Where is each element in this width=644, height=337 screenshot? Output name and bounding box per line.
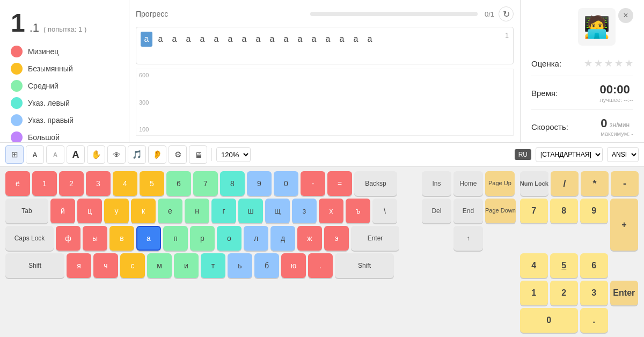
key-2[interactable]: 2	[59, 171, 84, 196]
numpad-key-0[interactable]: 0	[520, 308, 578, 333]
key-0[interactable]: 0	[274, 171, 298, 196]
settings-button[interactable]: ⚙	[169, 145, 187, 164]
key-и[interactable]: и	[174, 253, 199, 278]
key-7[interactable]: 7	[193, 171, 218, 196]
numpad-key-2[interactable]: 2	[550, 281, 578, 305]
numpad-key-4[interactable]: 4	[520, 253, 548, 278]
numpad-row-2: 456	[520, 253, 639, 278]
key-shift[interactable]: Shift	[5, 253, 64, 278]
key-5[interactable]: 5	[140, 171, 164, 196]
key-к[interactable]: к	[131, 199, 156, 223]
key-я[interactable]: я	[67, 253, 91, 278]
key-х[interactable]: х	[319, 199, 343, 223]
key-в[interactable]: в	[109, 226, 134, 251]
numpad-key-5[interactable]: 5	[550, 253, 578, 278]
key-ч[interactable]: ч	[93, 253, 118, 278]
nav-key-ins[interactable]: Ins	[422, 171, 451, 196]
key-tab[interactable]: Tab	[5, 199, 48, 223]
numpad-key-/[interactable]: /	[551, 171, 579, 196]
key-ь[interactable]: ь	[228, 253, 252, 278]
finger-item-3: Указ. левый	[11, 97, 118, 109]
key-з[interactable]: з	[292, 199, 317, 223]
grid-view-button[interactable]: ⊞	[5, 145, 24, 164]
char-box: а	[266, 32, 278, 47]
key-у[interactable]: у	[104, 199, 129, 223]
key-1[interactable]: 1	[32, 171, 57, 196]
char-box: а	[350, 32, 362, 47]
key-п[interactable]: п	[163, 226, 188, 251]
key-shift[interactable]: Shift	[335, 253, 394, 278]
key--[interactable]: -	[301, 171, 325, 196]
music-button[interactable]: 🎵	[128, 145, 146, 164]
layout-select[interactable]: [СТАНДАРТНАЯ]	[536, 147, 603, 162]
key-4[interactable]: 4	[113, 171, 137, 196]
ear-button[interactable]: 👂	[148, 145, 166, 164]
key-э[interactable]: э	[324, 226, 349, 251]
close-button[interactable]: ×	[618, 8, 633, 23]
key-9[interactable]: 9	[247, 171, 272, 196]
nav-key-del[interactable]: Del	[422, 199, 451, 223]
key-о[interactable]: о	[217, 226, 241, 251]
key-д[interactable]: д	[270, 226, 295, 251]
finger-item-4: Указ. правый	[11, 114, 118, 126]
nav-key-page-up[interactable]: Page Up	[485, 171, 515, 196]
key-б[interactable]: б	[254, 253, 279, 278]
keyboard-row3: Shiftячсмитьбю.Shift	[5, 253, 418, 278]
key-backsp[interactable]: Backsp	[354, 171, 397, 196]
nav-key-end[interactable]: End	[453, 199, 483, 223]
key-л[interactable]: л	[244, 226, 268, 251]
key-щ[interactable]: щ	[265, 199, 290, 223]
key-т[interactable]: т	[201, 253, 225, 278]
eye-tool-button[interactable]: 👁	[107, 145, 126, 164]
numpad-key--[interactable]: -	[611, 171, 639, 196]
key-\[interactable]: \	[372, 199, 397, 223]
key-г[interactable]: г	[211, 199, 236, 223]
ansi-select[interactable]: ANSI	[607, 147, 639, 162]
key-enter[interactable]: Enter	[351, 226, 399, 251]
key-ы[interactable]: ы	[83, 226, 107, 251]
nav-key-home[interactable]: Home	[453, 171, 483, 196]
font-a-button[interactable]: A	[26, 145, 44, 164]
numpad-key-Num Lock[interactable]: Num Lock	[520, 171, 548, 196]
key-.[interactable]: .	[308, 253, 333, 278]
key-н[interactable]: н	[185, 199, 209, 223]
numpad-key-1[interactable]: 1	[520, 281, 548, 305]
numpad-key-9[interactable]: 9	[580, 199, 608, 223]
char-box: а	[322, 32, 334, 47]
font-a2-button[interactable]: A	[46, 145, 64, 164]
screen-button[interactable]: 🖥	[189, 145, 207, 164]
key-8[interactable]: 8	[220, 171, 245, 196]
key-ш[interactable]: ш	[238, 199, 263, 223]
key-й[interactable]: й	[50, 199, 75, 223]
key-ю[interactable]: ю	[281, 253, 306, 278]
numpad-key-7[interactable]: 7	[520, 199, 548, 223]
nav-key-up[interactable]: ↑	[453, 226, 483, 251]
key-6[interactable]: 6	[166, 171, 191, 196]
numpad-key-*[interactable]: *	[581, 171, 609, 196]
key-м[interactable]: м	[147, 253, 172, 278]
key-3[interactable]: 3	[86, 171, 111, 196]
key-ъ[interactable]: ъ	[346, 199, 370, 223]
key-ж[interactable]: ж	[297, 226, 322, 251]
key-caps-lock[interactable]: Caps Lock	[5, 226, 54, 251]
zoom-select[interactable]: 80%100%120%140%160%	[216, 147, 251, 162]
nav-key-page-down[interactable]: Page Down	[485, 199, 516, 223]
key-с[interactable]: с	[120, 253, 145, 278]
numpad-key-+[interactable]: +	[610, 199, 638, 251]
key-ц[interactable]: ц	[77, 199, 102, 223]
key-а[interactable]: а	[136, 226, 161, 251]
key-р[interactable]: р	[190, 226, 215, 251]
key-=[interactable]: =	[327, 171, 352, 196]
key-ф[interactable]: ф	[56, 226, 80, 251]
numpad-key-enter[interactable]: Enter	[610, 281, 638, 305]
numpad-key-3[interactable]: 3	[580, 281, 608, 305]
hand-tool-button[interactable]: ✋	[87, 145, 105, 164]
key-ё[interactable]: ё	[5, 171, 30, 196]
numpad-key-6[interactable]: 6	[580, 253, 608, 278]
font-big-button[interactable]: A	[67, 145, 85, 164]
time-value: 00:00	[599, 83, 633, 97]
numpad-key-.[interactable]: .	[580, 308, 608, 333]
key-е[interactable]: е	[158, 199, 182, 223]
numpad-key-8[interactable]: 8	[550, 199, 578, 223]
refresh-button[interactable]: ↻	[499, 6, 514, 21]
